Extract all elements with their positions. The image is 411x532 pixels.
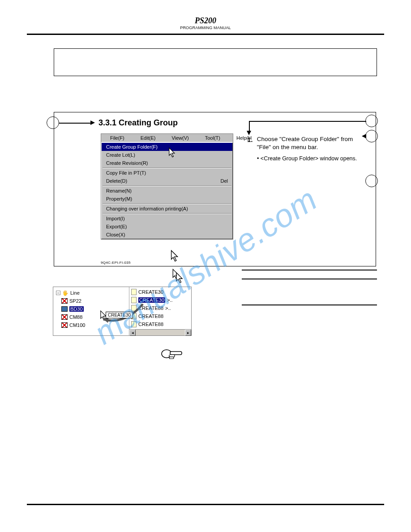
step-number: 1. xyxy=(247,135,255,144)
header-rule xyxy=(27,34,384,35)
menu-rename[interactable]: Rename(N) xyxy=(102,187,232,195)
doc-model: PS200 xyxy=(0,16,411,26)
menu-separator xyxy=(103,213,231,214)
menu-delete[interactable]: Delete(D) Del xyxy=(102,177,232,185)
scroll-right-button[interactable]: ▸ xyxy=(185,330,191,336)
doc-icon xyxy=(131,289,137,295)
rule xyxy=(242,279,377,279)
tree-screenshot: − 🖐 Line SP22 BD30 CM88 CM100 CREATE30 C… xyxy=(53,287,192,336)
menu-separator xyxy=(103,203,231,204)
machine-icon xyxy=(61,314,68,320)
menu-copy-file-in-pt[interactable]: Copy File in PT(T) xyxy=(102,169,232,177)
menu-create-group-folder[interactable]: Create Group Folder(F) xyxy=(102,143,232,151)
tree-collapse-icon[interactable]: − xyxy=(56,291,60,295)
rule xyxy=(242,305,377,305)
svg-rect-1 xyxy=(170,352,182,355)
figure-reference: 9Q4C-EPI-FI-035 xyxy=(101,261,131,265)
cursor-icon xyxy=(172,269,184,286)
tree-root[interactable]: − 🖐 Line xyxy=(56,289,128,297)
machine-icon xyxy=(61,298,68,304)
doc-subtitle: PROGRAMMING MANUAL xyxy=(0,26,411,30)
step-sub-bullet: • <Create Group Folder> window opens. xyxy=(257,155,368,163)
step-text: Choose "Create Group Folder" from "File"… xyxy=(257,135,363,151)
section-title-box xyxy=(54,48,377,76)
menu-create-revision[interactable]: Create Revision(R) xyxy=(102,159,232,167)
menubar-view[interactable]: View(V) xyxy=(163,135,197,141)
menubar-file[interactable]: File(F) xyxy=(102,135,133,141)
footer-rule xyxy=(27,504,384,505)
menubar: File(F) Edit(E) View(V) Tool(T) Help(H xyxy=(101,134,233,142)
cursor-icon xyxy=(170,250,180,264)
menu-separator xyxy=(103,167,231,168)
scroll-left-button[interactable]: ◂ xyxy=(129,330,136,336)
step-column: 1. Choose "Create Group Folder" from "Fi… xyxy=(247,135,368,163)
section-heading: 3.3.1 Creating Group xyxy=(98,118,178,128)
menu-close[interactable]: Close(X) xyxy=(102,231,232,239)
menu-changing-over-info-printing[interactable]: Changing over information printing(A) xyxy=(102,205,232,213)
menu-import[interactable]: Import(I) xyxy=(102,215,232,223)
menu-export[interactable]: Export(E) xyxy=(102,223,232,231)
svg-rect-2 xyxy=(169,355,175,357)
menubar-tool[interactable]: Tool(T) xyxy=(197,135,228,141)
svg-rect-3 xyxy=(169,357,174,359)
menu-create-lot[interactable]: Create Lot(L) xyxy=(102,151,232,159)
menu-separator xyxy=(103,185,231,186)
page-header: PS200 PROGRAMMING MANUAL xyxy=(0,0,411,30)
horizontal-scrollbar[interactable]: ◂ ▸ xyxy=(129,329,191,335)
menu-property[interactable]: Property(M) xyxy=(102,195,232,203)
file-menu-dropdown: Create Group Folder(F) Create Lot(L) Cre… xyxy=(101,142,233,239)
list-item[interactable]: CREATE30 xyxy=(130,288,190,296)
drag-tooltip: CREATE30 xyxy=(106,312,133,318)
menubar-edit[interactable]: Edit(E) xyxy=(133,135,164,141)
pointing-hand-icon xyxy=(161,346,184,362)
machine-icon xyxy=(61,306,68,312)
machine-icon xyxy=(61,322,68,328)
file-menu-screenshot: File(F) Edit(E) View(V) Tool(T) Help(H C… xyxy=(101,133,233,240)
rule xyxy=(242,270,377,270)
